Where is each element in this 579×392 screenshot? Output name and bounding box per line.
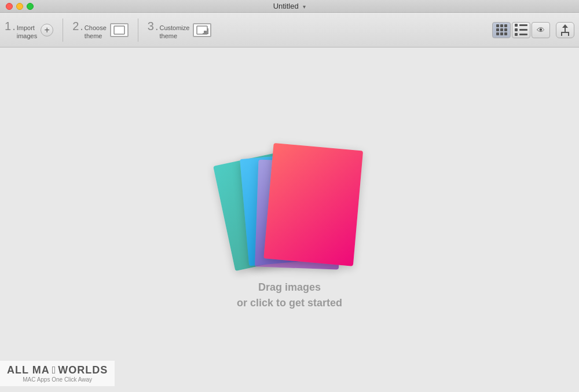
step-2-line2: theme — [85, 32, 107, 40]
watermark: ALL MA  WORLDS MAC Apps One Click Away — [0, 361, 115, 386]
grid-icon — [496, 24, 507, 35]
step-3-number: 3 — [148, 20, 154, 32]
toolbar: 1 . Import images + 2 . Choose theme — [0, 13, 579, 47]
toolbar-right-buttons: 👁 — [492, 22, 574, 38]
step-3-line1: Customize — [159, 24, 189, 32]
step-2-dot: . — [80, 20, 83, 33]
step-1-line2: images — [17, 32, 37, 40]
step-2-line1: Choose — [85, 24, 107, 32]
list-view-button[interactable] — [512, 22, 530, 38]
step-1-text: Import images — [17, 24, 37, 39]
watermark-text-right: WORLDS — [58, 364, 108, 376]
title-chevron-icon[interactable]: ▾ — [303, 3, 306, 10]
preview-button[interactable]: 👁 — [532, 22, 550, 38]
step-3-dot: . — [155, 20, 159, 33]
watermark-apple-icon:  — [52, 364, 56, 376]
watermark-top: ALL MA  WORLDS — [7, 364, 108, 376]
step-2-number: 2 — [72, 20, 79, 32]
toolbar-steps: 1 . Import images + 2 . Choose theme — [5, 19, 211, 42]
share-button[interactable] — [556, 22, 574, 38]
share-icon — [561, 24, 569, 36]
minimize-button[interactable] — [16, 3, 23, 10]
step-3-line2: theme — [159, 32, 189, 40]
step-1-line1: Import — [17, 24, 37, 32]
title-bar: Untitled ▾ — [0, 0, 579, 13]
step-3-label: 3 . Customize theme — [148, 20, 190, 39]
step-1-label: 1 . Import images — [5, 20, 37, 39]
drag-text-secondary: or click to get started — [237, 295, 342, 311]
window-title: Untitled ▾ — [273, 2, 306, 10]
card-red — [263, 143, 363, 266]
step-2-text: Choose theme — [85, 24, 107, 39]
svg-rect-1 — [197, 26, 207, 34]
watermark-text-left: ALL MA — [7, 364, 50, 376]
traffic-lights — [6, 3, 34, 10]
step-1-number: 1 — [5, 20, 11, 32]
drag-text-primary: Drag images — [237, 280, 342, 295]
step-1-dot: . — [12, 20, 16, 33]
list-icon — [515, 24, 527, 36]
eye-icon: 👁 — [537, 25, 545, 35]
svg-rect-2 — [204, 31, 207, 34]
card-stack-illustration — [223, 129, 356, 268]
add-images-button[interactable]: + — [41, 24, 53, 36]
close-button[interactable] — [6, 3, 13, 10]
toolbar-separator-1 — [63, 19, 63, 42]
step-2-theme[interactable]: 2 . Choose theme — [72, 20, 129, 39]
step-1-import[interactable]: 1 . Import images + — [5, 20, 53, 39]
step-3-text: Customize theme — [159, 24, 189, 39]
customize-theme-icon[interactable] — [193, 23, 211, 37]
drop-zone-text: Drag images or click to get started — [237, 280, 342, 311]
maximize-button[interactable] — [27, 3, 34, 10]
step-2-label: 2 . Choose theme — [72, 20, 107, 39]
toolbar-separator-2 — [138, 19, 138, 42]
main-content[interactable]: Drag images or click to get started ALL … — [0, 47, 579, 392]
svg-rect-0 — [114, 26, 124, 34]
watermark-subtitle: MAC Apps One Click Away — [7, 376, 108, 383]
grid-view-button[interactable] — [492, 22, 511, 38]
choose-theme-icon[interactable] — [110, 23, 129, 37]
step-3-customize[interactable]: 3 . Customize theme — [148, 20, 212, 39]
